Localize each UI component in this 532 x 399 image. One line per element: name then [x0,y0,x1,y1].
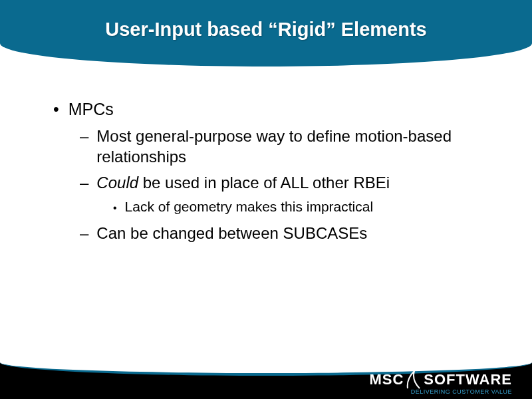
bullet-dot-icon: • [53,100,59,119]
bullet-text: Could be used in place of ALL other RBEi [96,172,390,193]
bullet-level2: – Most general-purpose way to define mot… [80,126,485,167]
slide-content: • MPCs – Most general-purpose way to def… [0,66,532,243]
bullet-text: MPCs [68,100,114,119]
dash-icon: – [80,126,88,167]
bullet-level2: – Could be used in place of ALL other RB… [80,172,485,193]
italic-word: Could [96,174,138,192]
logo-main: MSC SOFTWARE [369,370,512,390]
logo: MSC SOFTWARE DELIVERING CUSTOMER VALUE [369,370,512,395]
logo-tagline: DELIVERING CUSTOMER VALUE [369,388,512,395]
bullet-level2: – Can be changed between SUBCASEs [80,223,485,243]
bullet-dot-icon: • [113,199,117,217]
dash-icon: – [80,172,88,193]
bullet-text: Most general-purpose way to define motio… [96,126,485,167]
dash-icon: – [80,223,88,243]
logo-text-left: MSC [369,371,404,388]
title-band: User-Input based “Rigid” Elements [0,0,532,66]
bullet-text-rest: be used in place of ALL other RBEi [138,174,390,192]
bullet-text: Can be changed between SUBCASEs [96,223,367,243]
swoosh-icon [405,370,422,390]
footer-bar: MSC SOFTWARE DELIVERING CUSTOMER VALUE [0,362,532,399]
logo-text-right: SOFTWARE [424,371,512,388]
bullet-text: Lack of geometry makes this impractical [125,199,373,217]
bullet-level3: • Lack of geometry makes this impractica… [113,199,485,217]
bullet-level1: • MPCs [53,100,485,119]
slide-title: User-Input based “Rigid” Elements [0,0,532,41]
